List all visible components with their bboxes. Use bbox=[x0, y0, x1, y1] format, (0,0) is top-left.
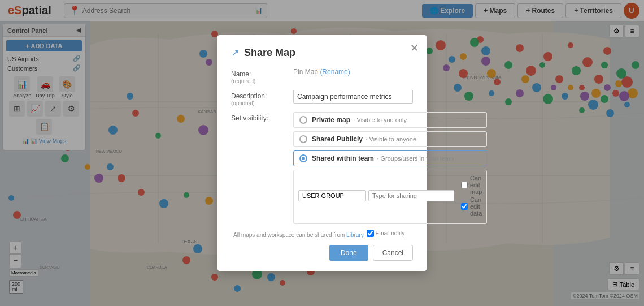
desc-field bbox=[293, 90, 413, 104]
team-input-row: Can edit map Can edit data bbox=[298, 175, 482, 217]
team-sharing-box: Can edit map Can edit data bbox=[293, 170, 487, 224]
email-notify-item: Email notify bbox=[367, 230, 405, 237]
name-row: Name: (required) Pin Map (Rename) bbox=[231, 68, 413, 84]
rename-link[interactable]: (Rename) bbox=[320, 68, 350, 76]
email-notify-checkbox[interactable] bbox=[367, 230, 374, 237]
footer-note: All maps and workspace can be shared fro… bbox=[231, 230, 413, 238]
team-checkboxes: Can edit map Can edit data bbox=[461, 175, 482, 217]
modal-header: ↗ Share Map bbox=[231, 46, 413, 59]
can-edit-data-label: Can edit data bbox=[470, 196, 482, 217]
modal-overlay: ↗ Share Map ✕ Name: (required) Pin Map (… bbox=[0, 0, 644, 306]
name-value: Pin Map (Rename) bbox=[293, 68, 413, 76]
done-button[interactable]: Done bbox=[329, 245, 368, 261]
can-edit-data-checkbox[interactable] bbox=[461, 203, 468, 210]
modal-close-button[interactable]: ✕ bbox=[410, 42, 419, 54]
team-radio bbox=[299, 154, 307, 162]
private-label: Private map · Visible to you only. bbox=[312, 116, 408, 124]
public-radio bbox=[299, 135, 307, 143]
can-edit-map-item: Can edit map bbox=[461, 175, 482, 195]
private-map-option[interactable]: Private map · Visible to you only. bbox=[293, 112, 487, 128]
can-edit-data-item: Can edit data bbox=[461, 196, 482, 217]
public-label: Shared Publicly · Visible to anyone bbox=[312, 135, 416, 143]
shared-team-option[interactable]: Shared within team · Groups/users in you… bbox=[293, 150, 487, 166]
modal-actions: Done Cancel bbox=[231, 245, 413, 261]
library-link[interactable]: Library bbox=[346, 232, 363, 238]
cancel-button[interactable]: Cancel bbox=[373, 245, 413, 261]
modal-title: Share Map bbox=[244, 47, 295, 59]
visibility-options: Private map · Visible to you only. Share… bbox=[293, 112, 487, 224]
description-input[interactable] bbox=[293, 90, 413, 104]
can-edit-map-checkbox[interactable] bbox=[461, 182, 468, 188]
visibility-label: Set visibility: bbox=[231, 112, 293, 122]
email-notify-label: Email notify bbox=[376, 230, 405, 236]
desc-label: Description: (optional) bbox=[231, 90, 293, 106]
share-map-modal: ↗ Share Map ✕ Name: (required) Pin Map (… bbox=[217, 35, 427, 271]
shared-publicly-option[interactable]: Shared Publicly · Visible to anyone bbox=[293, 131, 487, 147]
name-label: Name: (required) bbox=[231, 68, 293, 84]
team-label: Shared within team · Groups/users in you… bbox=[312, 154, 454, 162]
share-icon: ↗ bbox=[231, 46, 240, 59]
visibility-row: Set visibility: Private map · Visible to… bbox=[231, 112, 413, 224]
private-radio bbox=[299, 116, 307, 124]
user-group-input[interactable] bbox=[298, 190, 366, 201]
type-for-sharing-input[interactable] bbox=[368, 190, 454, 201]
can-edit-map-label: Can edit map bbox=[470, 175, 482, 195]
description-row: Description: (optional) bbox=[231, 90, 413, 106]
